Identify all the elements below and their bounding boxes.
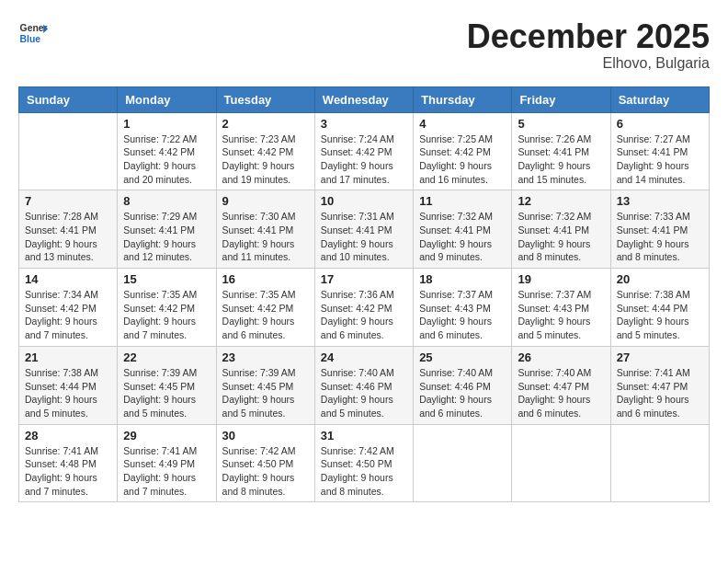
- day-info: Sunrise: 7:38 AM Sunset: 4:44 PM Dayligh…: [617, 288, 703, 342]
- header: General Blue December 2025 Elhovo, Bulga…: [18, 18, 710, 72]
- week-row-1: 1Sunrise: 7:22 AM Sunset: 4:42 PM Daylig…: [19, 112, 710, 190]
- day-number: 2: [222, 117, 309, 131]
- day-cell: 11Sunrise: 7:32 AM Sunset: 4:41 PM Dayli…: [414, 190, 512, 269]
- day-info: Sunrise: 7:22 AM Sunset: 4:42 PM Dayligh…: [123, 132, 210, 187]
- day-info: Sunrise: 7:28 AM Sunset: 4:41 PM Dayligh…: [25, 210, 111, 264]
- day-info: Sunrise: 7:40 AM Sunset: 4:47 PM Dayligh…: [518, 366, 604, 420]
- day-number: 14: [25, 272, 111, 286]
- day-number: 27: [617, 350, 703, 364]
- day-cell: 24Sunrise: 7:40 AM Sunset: 4:46 PM Dayli…: [314, 346, 413, 424]
- day-cell: 3Sunrise: 7:24 AM Sunset: 4:42 PM Daylig…: [314, 112, 413, 190]
- day-info: Sunrise: 7:32 AM Sunset: 4:41 PM Dayligh…: [518, 210, 604, 264]
- day-info: Sunrise: 7:39 AM Sunset: 4:45 PM Dayligh…: [222, 366, 309, 420]
- day-cell: 28Sunrise: 7:41 AM Sunset: 4:48 PM Dayli…: [19, 424, 118, 502]
- day-number: 8: [123, 194, 210, 208]
- day-info: Sunrise: 7:39 AM Sunset: 4:45 PM Dayligh…: [123, 366, 210, 420]
- day-number: 26: [518, 350, 604, 364]
- day-cell: 13Sunrise: 7:33 AM Sunset: 4:41 PM Dayli…: [610, 190, 709, 269]
- day-info: Sunrise: 7:33 AM Sunset: 4:41 PM Dayligh…: [617, 210, 703, 264]
- day-cell: 15Sunrise: 7:35 AM Sunset: 4:42 PM Dayli…: [118, 269, 216, 347]
- day-info: Sunrise: 7:37 AM Sunset: 4:43 PM Dayligh…: [419, 288, 506, 342]
- day-number: 18: [419, 272, 506, 286]
- day-cell: 23Sunrise: 7:39 AM Sunset: 4:45 PM Dayli…: [216, 346, 314, 424]
- month-title: December 2025: [467, 18, 710, 55]
- weekday-header-monday: Monday: [118, 86, 216, 112]
- day-number: 6: [617, 117, 703, 131]
- logo: General Blue: [18, 18, 51, 48]
- day-info: Sunrise: 7:37 AM Sunset: 4:43 PM Dayligh…: [518, 288, 604, 342]
- day-number: 3: [321, 117, 407, 131]
- weekday-header-sunday: Sunday: [19, 86, 118, 112]
- day-info: Sunrise: 7:27 AM Sunset: 4:41 PM Dayligh…: [617, 132, 703, 187]
- day-cell: 18Sunrise: 7:37 AM Sunset: 4:43 PM Dayli…: [414, 269, 512, 347]
- day-info: Sunrise: 7:41 AM Sunset: 4:47 PM Dayligh…: [617, 366, 703, 420]
- location: Elhovo, Bulgaria: [467, 55, 710, 72]
- day-info: Sunrise: 7:29 AM Sunset: 4:41 PM Dayligh…: [123, 210, 210, 264]
- day-number: 25: [419, 350, 506, 364]
- day-number: 5: [518, 117, 604, 131]
- week-row-3: 14Sunrise: 7:34 AM Sunset: 4:42 PM Dayli…: [19, 269, 710, 347]
- weekday-header-row: SundayMondayTuesdayWednesdayThursdayFrid…: [19, 86, 710, 112]
- day-number: 19: [518, 272, 604, 286]
- day-info: Sunrise: 7:23 AM Sunset: 4:42 PM Dayligh…: [222, 132, 309, 187]
- day-info: Sunrise: 7:26 AM Sunset: 4:41 PM Dayligh…: [518, 132, 604, 187]
- day-cell: 29Sunrise: 7:41 AM Sunset: 4:49 PM Dayli…: [118, 424, 216, 502]
- week-row-5: 28Sunrise: 7:41 AM Sunset: 4:48 PM Dayli…: [19, 424, 710, 502]
- day-cell: 5Sunrise: 7:26 AM Sunset: 4:41 PM Daylig…: [512, 112, 610, 190]
- day-number: 21: [25, 350, 111, 364]
- day-cell: 2Sunrise: 7:23 AM Sunset: 4:42 PM Daylig…: [216, 112, 314, 190]
- day-cell: 10Sunrise: 7:31 AM Sunset: 4:41 PM Dayli…: [314, 190, 413, 269]
- week-row-4: 21Sunrise: 7:38 AM Sunset: 4:44 PM Dayli…: [19, 346, 710, 424]
- weekday-header-friday: Friday: [512, 86, 610, 112]
- day-number: 22: [123, 350, 210, 364]
- day-info: Sunrise: 7:30 AM Sunset: 4:41 PM Dayligh…: [222, 210, 309, 264]
- day-cell: 26Sunrise: 7:40 AM Sunset: 4:47 PM Dayli…: [512, 346, 610, 424]
- day-info: Sunrise: 7:24 AM Sunset: 4:42 PM Dayligh…: [321, 132, 407, 187]
- day-number: 4: [419, 117, 506, 131]
- day-info: Sunrise: 7:40 AM Sunset: 4:46 PM Dayligh…: [419, 366, 506, 420]
- day-number: 13: [617, 194, 703, 208]
- day-number: 16: [222, 272, 309, 286]
- day-info: Sunrise: 7:36 AM Sunset: 4:42 PM Dayligh…: [321, 288, 407, 342]
- day-cell: 22Sunrise: 7:39 AM Sunset: 4:45 PM Dayli…: [118, 346, 216, 424]
- day-cell: 8Sunrise: 7:29 AM Sunset: 4:41 PM Daylig…: [118, 190, 216, 269]
- day-number: 28: [25, 429, 111, 442]
- day-number: 9: [222, 194, 309, 208]
- weekday-header-thursday: Thursday: [414, 86, 512, 112]
- day-cell: 12Sunrise: 7:32 AM Sunset: 4:41 PM Dayli…: [512, 190, 610, 269]
- logo-icon: General Blue: [18, 18, 48, 48]
- day-cell: 1Sunrise: 7:22 AM Sunset: 4:42 PM Daylig…: [118, 112, 216, 190]
- day-number: 7: [25, 194, 111, 208]
- day-number: 11: [419, 194, 506, 208]
- day-info: Sunrise: 7:40 AM Sunset: 4:46 PM Dayligh…: [321, 366, 407, 420]
- day-cell: 17Sunrise: 7:36 AM Sunset: 4:42 PM Dayli…: [314, 269, 413, 347]
- day-info: Sunrise: 7:31 AM Sunset: 4:41 PM Dayligh…: [321, 210, 407, 264]
- day-info: Sunrise: 7:42 AM Sunset: 4:50 PM Dayligh…: [321, 444, 407, 499]
- day-cell: 16Sunrise: 7:35 AM Sunset: 4:42 PM Dayli…: [216, 269, 314, 347]
- day-cell: 31Sunrise: 7:42 AM Sunset: 4:50 PM Dayli…: [314, 424, 413, 502]
- day-cell: [414, 424, 512, 502]
- day-info: Sunrise: 7:35 AM Sunset: 4:42 PM Dayligh…: [222, 288, 309, 342]
- day-cell: [512, 424, 610, 502]
- day-cell: 9Sunrise: 7:30 AM Sunset: 4:41 PM Daylig…: [216, 190, 314, 269]
- day-number: 20: [617, 272, 703, 286]
- day-cell: 4Sunrise: 7:25 AM Sunset: 4:42 PM Daylig…: [414, 112, 512, 190]
- day-info: Sunrise: 7:25 AM Sunset: 4:42 PM Dayligh…: [419, 132, 506, 187]
- day-number: 17: [321, 272, 407, 286]
- day-number: 1: [123, 117, 210, 131]
- day-cell: 14Sunrise: 7:34 AM Sunset: 4:42 PM Dayli…: [19, 269, 118, 347]
- day-number: 29: [123, 429, 210, 442]
- day-cell: 6Sunrise: 7:27 AM Sunset: 4:41 PM Daylig…: [610, 112, 709, 190]
- weekday-header-wednesday: Wednesday: [314, 86, 413, 112]
- day-cell: 7Sunrise: 7:28 AM Sunset: 4:41 PM Daylig…: [19, 190, 118, 269]
- day-number: 24: [321, 350, 407, 364]
- weekday-header-saturday: Saturday: [610, 86, 709, 112]
- day-info: Sunrise: 7:38 AM Sunset: 4:44 PM Dayligh…: [25, 366, 111, 420]
- day-info: Sunrise: 7:41 AM Sunset: 4:48 PM Dayligh…: [25, 444, 111, 499]
- day-info: Sunrise: 7:41 AM Sunset: 4:49 PM Dayligh…: [123, 444, 210, 499]
- day-cell: 27Sunrise: 7:41 AM Sunset: 4:47 PM Dayli…: [610, 346, 709, 424]
- day-cell: 19Sunrise: 7:37 AM Sunset: 4:43 PM Dayli…: [512, 269, 610, 347]
- day-info: Sunrise: 7:32 AM Sunset: 4:41 PM Dayligh…: [419, 210, 506, 264]
- day-info: Sunrise: 7:42 AM Sunset: 4:50 PM Dayligh…: [222, 444, 309, 499]
- day-info: Sunrise: 7:34 AM Sunset: 4:42 PM Dayligh…: [25, 288, 111, 342]
